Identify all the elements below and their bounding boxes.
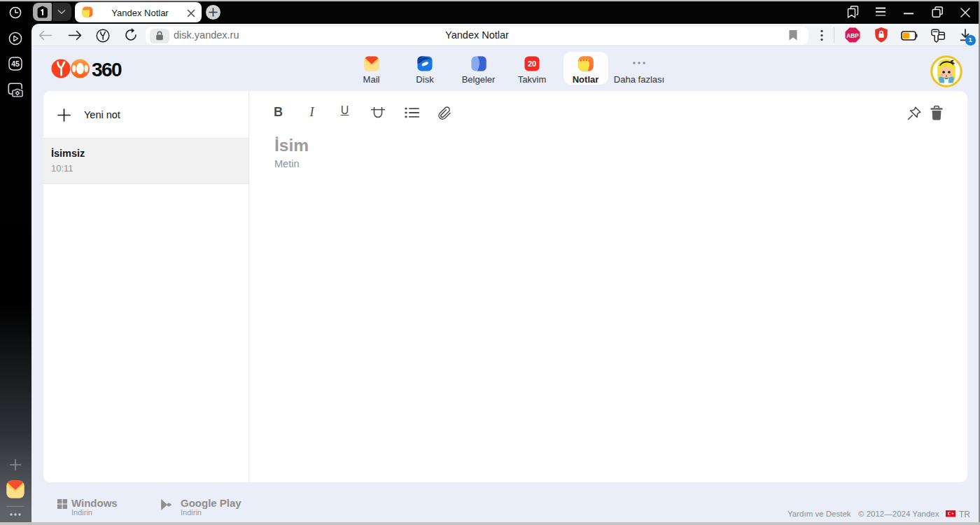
svg-text:45: 45 (11, 59, 20, 68)
svg-text:360: 360 (92, 59, 122, 78)
svg-text:20: 20 (528, 59, 536, 68)
svg-text:ABP: ABP (846, 33, 859, 39)
